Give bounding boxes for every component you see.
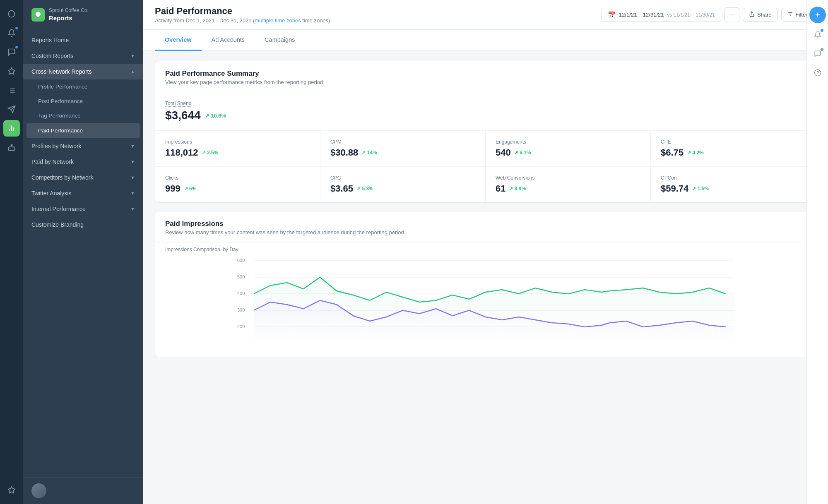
page-title: Paid Performance xyxy=(155,6,330,17)
sidebar-item-customize-branding[interactable]: Customize Branding xyxy=(23,217,143,233)
pin-nav-icon[interactable] xyxy=(3,63,20,79)
right-bell-icon[interactable] xyxy=(810,27,825,42)
customize-branding-label: Customize Branding xyxy=(31,221,84,228)
total-spend-row: Total Spend $3,644 10.6% xyxy=(155,92,816,131)
impressions-card-title: Paid Impressions xyxy=(165,220,806,228)
metric-web-conversions: Web Conversions 61 8.9% xyxy=(486,167,651,202)
clicks-amount: 999 xyxy=(165,183,181,194)
more-options-button[interactable]: ··· xyxy=(724,7,739,22)
compose-button[interactable] xyxy=(809,7,826,23)
impressions-amount: 118,012 xyxy=(165,147,198,158)
tab-overview-label: Overview xyxy=(165,36,192,43)
send-nav-icon[interactable] xyxy=(3,101,20,118)
tabs-bar: Overview Ad Accounts Campaigns xyxy=(143,30,828,51)
sidebar: Sprout Coffee Co. Reports Reports Home C… xyxy=(23,0,143,504)
cpm-change: 14% xyxy=(361,150,377,156)
star-nav-icon[interactable] xyxy=(3,482,20,498)
impressions-change: 2.5% xyxy=(202,150,219,156)
y-label-500: 500 xyxy=(237,274,245,279)
paid-performance-label: Paid Performance xyxy=(38,127,83,134)
tab-campaigns[interactable]: Campaigns xyxy=(255,30,305,51)
metric-impressions: Impressions 118,012 2.5% xyxy=(155,131,320,167)
twitter-analysis-label: Twitter Analysis xyxy=(31,190,71,197)
chart-area: Impressions Comparison, by Day xyxy=(155,242,816,357)
date-range-text: 12/1/21 – 12/31/21 xyxy=(619,12,664,18)
sidebar-sub-tag-performance[interactable]: Tag Performance xyxy=(23,108,143,123)
impressions-value: 118,012 2.5% xyxy=(165,147,310,158)
sidebar-sub-post-performance[interactable]: Post Performance xyxy=(23,94,143,108)
y-label-300: 300 xyxy=(237,307,245,312)
robot-nav-icon[interactable] xyxy=(3,139,20,156)
total-spend-value: $3,644 10.6% xyxy=(165,109,806,122)
right-help-icon[interactable] xyxy=(810,65,825,80)
sidebar-item-paid-by-network[interactable]: Paid by Network ▼ xyxy=(23,154,143,170)
post-performance-label: Post Performance xyxy=(38,98,83,104)
clicks-label: Clicks xyxy=(165,175,310,181)
chat-nav-icon[interactable] xyxy=(3,44,20,60)
paid-by-network-chevron: ▼ xyxy=(130,159,135,164)
cpcon-value: $59.74 1.5% xyxy=(661,183,806,194)
bell-nav-icon[interactable] xyxy=(3,25,20,41)
date-range-button[interactable]: 📅 12/1/21 – 12/31/21 vs 11/1/21 – 11/30/… xyxy=(602,8,721,22)
chat-badge xyxy=(15,46,18,49)
tab-overview[interactable]: Overview xyxy=(155,30,202,51)
sidebar-sub-paid-performance[interactable]: Paid Performance xyxy=(26,123,140,138)
chart-nav-icon[interactable] xyxy=(3,120,20,137)
sidebar-item-competitors-by-network[interactable]: Competitors by Network ▼ xyxy=(23,170,143,185)
subtitle-text: Activity from Dec 1, 2021 - Dec 31, 2021 xyxy=(155,17,251,24)
profiles-by-network-label: Profiles by Network xyxy=(31,143,82,149)
header-right: 📅 12/1/21 – 12/31/21 vs 11/1/21 – 11/30/… xyxy=(602,7,816,22)
clicks-value: 999 5% xyxy=(165,183,310,194)
engagements-change: 6.1% xyxy=(514,150,531,156)
brand-logo xyxy=(31,8,45,22)
share-label: Share xyxy=(757,12,772,18)
tab-ad-accounts[interactable]: Ad Accounts xyxy=(202,30,255,51)
metric-cpc: CPC $3.65 5.3% xyxy=(320,167,486,202)
metric-cpm: CPM $30.88 14% xyxy=(320,131,486,167)
engagements-amount: 540 xyxy=(496,147,511,158)
svg-rect-11 xyxy=(9,147,15,150)
engagements-label: Engagements xyxy=(496,139,640,145)
impressions-card-subtitle: Review how many times your content was s… xyxy=(165,229,806,235)
summary-card-subtitle: View your key page performance metrics f… xyxy=(165,79,806,85)
avatar[interactable] xyxy=(31,483,46,498)
competitors-chevron: ▼ xyxy=(130,175,135,180)
header-left: Paid Performance Activity from Dec 1, 20… xyxy=(155,6,330,24)
tab-campaigns-label: Campaigns xyxy=(265,36,295,43)
impressions-chart-svg: 600 500 400 300 200 xyxy=(165,256,806,347)
cpc-label: CPC xyxy=(330,175,475,181)
share-button[interactable]: Share xyxy=(743,8,778,22)
cpcon-label: CPCon xyxy=(661,175,806,181)
sidebar-item-internal-performance[interactable]: Internal Performance ▼ xyxy=(23,201,143,217)
sidebar-item-profiles-by-network[interactable]: Profiles by Network ▼ xyxy=(23,138,143,154)
paid-impressions-card: Paid Impressions Review how many times y… xyxy=(155,211,816,357)
sidebar-item-reports-home[interactable]: Reports Home xyxy=(23,32,143,48)
sidebar-item-twitter-analysis[interactable]: Twitter Analysis ▼ xyxy=(23,185,143,201)
y-label-400: 400 xyxy=(237,291,245,296)
bell-badge xyxy=(15,26,18,30)
metric-cpcon: CPCon $59.74 1.5% xyxy=(651,167,816,202)
internal-perf-chevron: ▼ xyxy=(130,206,135,211)
sidebar-item-custom-reports[interactable]: Custom Reports ▼ xyxy=(23,48,143,64)
profile-performance-label: Profile Performance xyxy=(38,84,87,90)
paid-by-network-label: Paid by Network xyxy=(31,158,74,165)
right-chat-icon[interactable] xyxy=(810,46,825,61)
cpc-value: $3.65 5.3% xyxy=(330,183,475,194)
list-nav-icon[interactable] xyxy=(3,82,20,98)
tab-ad-accounts-label: Ad Accounts xyxy=(212,36,245,43)
cpe-value: $6.75 4.2% xyxy=(661,147,806,158)
leaf-nav-icon[interactable] xyxy=(3,6,20,22)
brand-company: Sprout Coffee Co. xyxy=(49,7,89,13)
sidebar-item-cross-network[interactable]: Cross-Network Reports ▲ xyxy=(23,64,143,79)
reports-home-label: Reports Home xyxy=(31,37,69,43)
sidebar-brand: Sprout Coffee Co. Reports xyxy=(23,0,143,28)
cpm-label: CPM xyxy=(330,139,475,145)
vs-range-text: vs 11/1/21 – 11/30/21 xyxy=(667,12,715,18)
page-subtitle: Activity from Dec 1, 2021 - Dec 31, 2021… xyxy=(155,17,330,24)
timezone-link[interactable]: multiple time zones xyxy=(255,17,301,24)
brand-app: Reports xyxy=(49,14,89,22)
sidebar-sub-profile-performance[interactable]: Profile Performance xyxy=(23,79,143,94)
internal-perf-label: Internal Performance xyxy=(31,206,86,212)
impressions-label: Impressions xyxy=(165,139,310,145)
svg-point-12 xyxy=(11,144,12,146)
